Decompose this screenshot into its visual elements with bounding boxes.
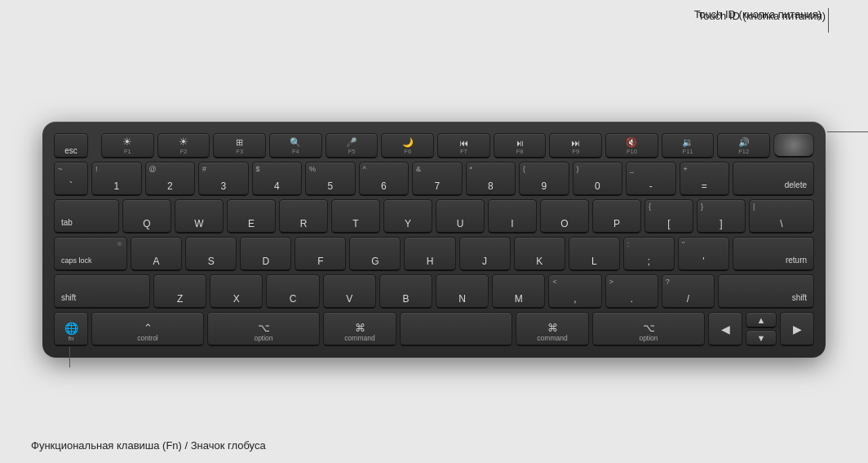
key-delete[interactable]: delete	[733, 162, 814, 196]
key-f10[interactable]: 🔇 F10	[605, 133, 658, 158]
key-arrow-down[interactable]: ▼	[746, 330, 777, 346]
key-command-left[interactable]: ⌘ command	[323, 312, 396, 346]
key-esc[interactable]: esc	[54, 133, 88, 158]
key-n[interactable]: N	[436, 274, 489, 309]
key-4[interactable]: $ 4	[252, 162, 303, 196]
key-f12[interactable]: 🔊 F12	[717, 133, 770, 158]
key-touchid[interactable]	[773, 133, 814, 158]
key-9[interactable]: ( 9	[519, 162, 569, 196]
number-row: ~ ` ! 1 @ 2 # 3 $ 4 % 5	[54, 162, 814, 196]
page-wrapper: Touch ID (кнопка питания) esc ☀ F1 ☀ F2	[0, 0, 868, 463]
key-e[interactable]: E	[227, 199, 276, 234]
key-b[interactable]: B	[379, 274, 432, 309]
key-u[interactable]: U	[436, 199, 485, 234]
key-space[interactable]	[400, 312, 512, 346]
key-i[interactable]: I	[488, 199, 537, 234]
key-2[interactable]: @ 2	[145, 162, 196, 196]
key-arrow-left[interactable]: ◀	[708, 312, 742, 346]
key-arrow-right[interactable]: ▶	[780, 312, 814, 346]
qwerty-row: tab Q W E R T Y U I O P { [ } ] | \	[54, 199, 814, 234]
key-a[interactable]: A	[131, 237, 182, 271]
key-f2[interactable]: ☀ F2	[157, 133, 210, 158]
key-minus[interactable]: _ -	[626, 162, 676, 196]
key-f11[interactable]: 🔉 F11	[662, 133, 715, 158]
key-f5[interactable]: 🎤 F5	[326, 133, 379, 158]
key-arrow-up[interactable]: ▲	[746, 312, 777, 328]
zxcv-row: shift Z X C V B N M < , > . ? / shift	[54, 274, 814, 309]
keyboard: esc ☀ F1 ☀ F2 ⊞ F3 🔍 F4 🎤 F	[42, 122, 826, 358]
key-6[interactable]: ^ 6	[359, 162, 410, 196]
key-y[interactable]: Y	[383, 199, 432, 234]
key-f3[interactable]: ⊞ F3	[213, 133, 266, 158]
key-r[interactable]: R	[279, 199, 328, 234]
key-m[interactable]: M	[492, 274, 545, 309]
key-h[interactable]: H	[404, 237, 455, 271]
key-j[interactable]: J	[459, 237, 511, 271]
key-f4[interactable]: 🔍 F4	[269, 133, 322, 158]
key-s[interactable]: S	[185, 237, 237, 271]
key-o[interactable]: O	[540, 199, 589, 234]
key-f6[interactable]: 🌙 F6	[381, 133, 434, 158]
key-rbracket[interactable]: } ]	[697, 199, 746, 234]
key-control[interactable]: ⌃ control	[91, 312, 204, 346]
key-f1[interactable]: ☀ F1	[101, 133, 154, 158]
key-5[interactable]: % 5	[305, 162, 356, 196]
key-f9[interactable]: ⏭ F9	[549, 133, 602, 158]
key-q[interactable]: Q	[122, 199, 171, 234]
key-semicolon[interactable]: : ;	[623, 237, 675, 271]
key-d[interactable]: D	[240, 237, 291, 271]
key-command-right[interactable]: ⌘ command	[516, 312, 589, 346]
asdf-row: caps lock A S D F G H J K L : ; " ' retu…	[54, 237, 814, 271]
key-option-left[interactable]: ⌥ option	[207, 312, 320, 346]
key-shift-right[interactable]: shift	[718, 274, 814, 309]
key-backtick[interactable]: ~ `	[54, 162, 88, 196]
key-comma[interactable]: < ,	[548, 274, 601, 309]
key-lbracket[interactable]: { [	[644, 199, 693, 234]
key-slash[interactable]: ? /	[662, 274, 715, 309]
key-3[interactable]: # 3	[198, 162, 249, 196]
key-quote[interactable]: " '	[678, 237, 729, 271]
fn-annotation: Функциональная клавиша (Fn) / Значок гло…	[31, 439, 266, 452]
key-p[interactable]: P	[592, 199, 641, 234]
key-equals[interactable]: + =	[680, 162, 730, 196]
key-1[interactable]: ! 1	[91, 162, 142, 196]
key-capslock[interactable]: caps lock	[54, 237, 127, 271]
key-f[interactable]: F	[294, 237, 346, 271]
key-7[interactable]: & 7	[412, 162, 463, 196]
key-fn[interactable]: 🌐 fn	[54, 312, 88, 346]
key-0[interactable]: ) 0	[573, 162, 623, 196]
key-option-right[interactable]: ⌥ option	[592, 312, 705, 346]
key-x[interactable]: X	[210, 274, 263, 309]
key-f8[interactable]: ⏯ F8	[494, 133, 547, 158]
key-z[interactable]: Z	[153, 274, 206, 309]
key-g[interactable]: G	[349, 237, 401, 271]
key-l[interactable]: L	[569, 237, 620, 271]
key-v[interactable]: V	[323, 274, 376, 309]
bottom-row: 🌐 fn ⌃ control ⌥ option ⌘ command	[54, 312, 814, 346]
key-c[interactable]: C	[266, 274, 319, 309]
key-t[interactable]: T	[331, 199, 380, 234]
key-shift-left[interactable]: shift	[54, 274, 150, 309]
key-return[interactable]: return	[733, 237, 814, 271]
key-backslash[interactable]: | \	[749, 199, 814, 234]
key-w[interactable]: W	[175, 199, 224, 234]
key-tab[interactable]: tab	[54, 199, 119, 234]
key-k[interactable]: K	[514, 237, 565, 271]
key-period[interactable]: > .	[605, 274, 658, 309]
key-8[interactable]: * 8	[466, 162, 516, 196]
fn-row: esc ☀ F1 ☀ F2 ⊞ F3 🔍 F4 🎤 F	[54, 133, 814, 158]
touchid-label: Touch ID (кнопка питания)	[698, 10, 826, 22]
key-f7[interactable]: ⏮ F7	[437, 133, 490, 158]
